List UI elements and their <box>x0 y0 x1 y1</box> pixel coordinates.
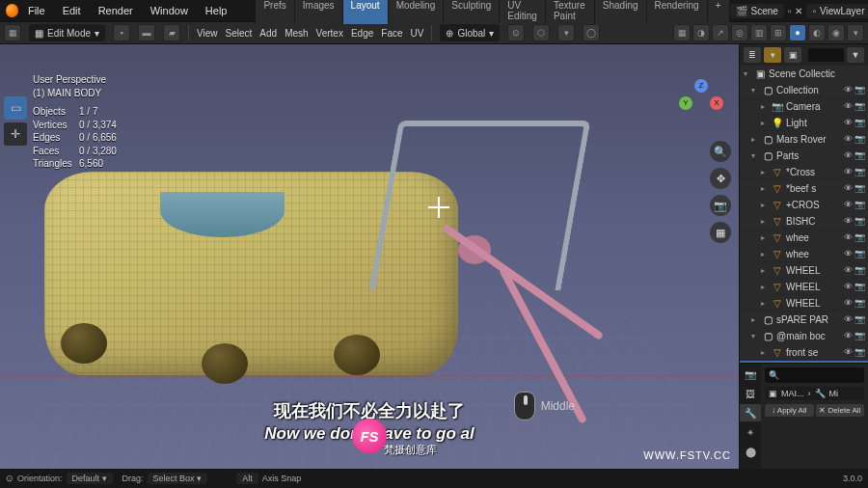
outliner-display-mode-icon[interactable]: ≣ <box>744 47 761 63</box>
scene-close-icon[interactable]: ✕ <box>795 6 802 16</box>
pivot-point-icon[interactable]: ⊙ <box>507 24 525 41</box>
ws-tab-modeling[interactable]: Modeling <box>389 0 444 24</box>
tree-row[interactable]: ▸▽front se👁📷 <box>740 344 868 361</box>
tree-row[interactable]: ▸▽WHEEL👁📷 <box>740 262 868 279</box>
tree-row[interactable]: ▸▢Mars Rover👁📷 <box>740 131 868 148</box>
ws-tab-uvediting[interactable]: UV Editing <box>500 0 545 24</box>
outliner-tree[interactable]: ▾▣ Scene Collectic ▾▢Collection👁📷▸📷Camer… <box>740 66 868 363</box>
render-icon[interactable]: 📷 <box>854 167 865 176</box>
render-icon[interactable]: 📷 <box>854 216 865 226</box>
tree-row[interactable]: ▾▢Parts👁📷 <box>740 148 868 164</box>
tree-row[interactable]: ▸▽*beef s👁📷 <box>740 180 868 197</box>
select-mode-edge-icon[interactable]: ▬ <box>138 24 155 41</box>
hdr-view[interactable]: View <box>197 28 218 39</box>
zoom-icon[interactable]: 🔍 <box>710 141 731 162</box>
hdr-vertex[interactable]: Vertex <box>316 28 343 39</box>
hdr-add[interactable]: Add <box>259 28 277 39</box>
transform-orientation[interactable]: ⊕ Global ▾ <box>440 24 500 41</box>
eye-icon[interactable]: 👁 <box>844 150 853 160</box>
ws-tab-texturepaint[interactable]: Texture Paint <box>546 0 594 24</box>
ws-tab-prefs[interactable]: Prefs <box>256 0 293 24</box>
eye-icon[interactable]: 👁 <box>844 298 853 308</box>
outliner-filter-icon[interactable]: ▾ <box>764 47 781 63</box>
shading-options-icon[interactable]: ▾ <box>847 24 864 41</box>
render-icon[interactable]: 📷 <box>854 331 865 340</box>
ws-tab-layout[interactable]: Layout <box>343 0 388 24</box>
scene-new-icon[interactable]: ▫ <box>788 6 792 16</box>
camera-view-icon[interactable]: 📷 <box>710 195 731 216</box>
ws-tab-images[interactable]: Images <box>295 0 342 24</box>
render-icon[interactable]: 📷 <box>854 85 865 95</box>
properties-search-input[interactable]: 🔍 <box>765 367 864 383</box>
snap-options-icon[interactable]: ▾ <box>557 24 575 41</box>
tree-row[interactable]: ▸▽whee👁📷 <box>740 230 868 246</box>
ws-tab-add[interactable]: + <box>708 0 729 24</box>
eye-icon[interactable]: 👁 <box>844 85 853 95</box>
eye-icon[interactable]: 👁 <box>844 216 853 226</box>
tool-select-box[interactable]: ▭ <box>4 96 27 120</box>
apply-all-button[interactable]: ↓ Apply All <box>765 404 814 417</box>
tree-row[interactable]: ▸▢sPARE PAR👁📷 <box>740 312 868 328</box>
menu-render[interactable]: Render <box>91 3 141 18</box>
proportional-edit-icon[interactable]: ◯ <box>583 24 600 41</box>
render-icon[interactable]: 📷 <box>854 101 865 111</box>
viewlayer-selector[interactable]: ▫ ViewLayer <box>806 4 868 18</box>
hdr-select[interactable]: Select <box>226 28 253 39</box>
eye-icon[interactable]: 👁 <box>844 314 853 324</box>
hdr-face[interactable]: Face <box>381 28 402 39</box>
tree-root[interactable]: ▾▣ Scene Collectic <box>740 66 868 82</box>
tree-row[interactable]: ▸▽*Cross👁📷 <box>740 164 868 180</box>
delete-all-button[interactable]: ✕ Delete All <box>816 404 865 417</box>
ptab-modifier-icon[interactable]: 🔧 <box>740 404 761 421</box>
eye-icon[interactable]: 👁 <box>844 331 853 340</box>
ws-tab-rendering[interactable]: Rendering <box>647 0 707 24</box>
outliner-filter-funnel-icon[interactable]: ▼ <box>847 47 864 63</box>
overlays-toggle-icon[interactable]: ◎ <box>731 24 748 41</box>
render-icon[interactable]: 📷 <box>854 232 865 242</box>
shading-solid-icon[interactable]: ● <box>789 24 806 41</box>
eye-icon[interactable]: 👁 <box>844 282 853 291</box>
hdr-uv[interactable]: UV <box>411 28 424 39</box>
tree-row[interactable]: ▸▽WHEEL👁📷 <box>740 279 868 295</box>
status-drag[interactable]: Select Box ▾ <box>148 473 208 484</box>
gizmo-y-icon[interactable]: Y <box>679 96 692 110</box>
hdr-edge[interactable]: Edge <box>351 28 373 39</box>
eye-icon[interactable]: 👁 <box>844 167 853 176</box>
menu-help[interactable]: Help <box>198 3 235 18</box>
render-icon[interactable]: 📷 <box>854 134 865 144</box>
render-icon[interactable]: 📷 <box>854 282 865 291</box>
eye-icon[interactable]: 👁 <box>844 249 853 258</box>
ws-tab-sculpting[interactable]: Sculpting <box>444 0 499 24</box>
status-orientation[interactable]: Default ▾ <box>67 473 113 484</box>
render-icon[interactable]: 📷 <box>854 347 865 357</box>
3d-viewport[interactable]: ▭ ✛ User Perspective (1) MAIN BODY Objec… <box>0 44 739 469</box>
tree-row[interactable]: ▸💡Light👁📷 <box>740 115 868 131</box>
menu-edit[interactable]: Edit <box>55 3 89 18</box>
mesh-edit-mode-icon[interactable]: ▦ <box>673 24 691 41</box>
eye-icon[interactable]: 👁 <box>844 347 853 357</box>
ptab-physics-icon[interactable]: ⬤ <box>740 443 761 460</box>
render-icon[interactable]: 📷 <box>854 183 865 193</box>
shading-rendered-icon[interactable]: ◉ <box>827 24 845 41</box>
ptab-output-icon[interactable]: 🖼 <box>740 385 761 402</box>
eye-icon[interactable]: 👁 <box>844 183 853 193</box>
hdr-mesh[interactable]: Mesh <box>285 28 308 39</box>
tree-row[interactable]: ▸▽BISHC👁📷 <box>740 213 868 230</box>
gizmo-z-icon[interactable]: Z <box>694 79 708 93</box>
select-mode-vertex-icon[interactable]: ▪ <box>113 24 130 41</box>
render-icon[interactable]: 📷 <box>854 298 865 308</box>
render-icon[interactable]: 📷 <box>854 200 865 209</box>
render-icon[interactable]: 📷 <box>854 150 865 160</box>
tree-row[interactable]: ▾▢Collection👁📷 <box>740 82 868 98</box>
menu-file[interactable]: File <box>20 3 53 18</box>
eye-icon[interactable]: 👁 <box>844 134 853 144</box>
tool-cursor[interactable]: ✛ <box>4 122 27 146</box>
menu-window[interactable]: Window <box>143 3 196 18</box>
tree-row[interactable]: ▸▽WHEEL👁📷 <box>740 295 868 312</box>
tree-row[interactable]: ▸📷Camera👁📷 <box>740 98 868 115</box>
ptab-particles-icon[interactable]: ✴ <box>740 423 761 441</box>
persp-ortho-icon[interactable]: ▦ <box>710 222 731 243</box>
select-mode-face-icon[interactable]: ▰ <box>163 24 180 41</box>
move-view-icon[interactable]: ✥ <box>710 168 731 189</box>
eye-icon[interactable]: 👁 <box>844 200 853 209</box>
